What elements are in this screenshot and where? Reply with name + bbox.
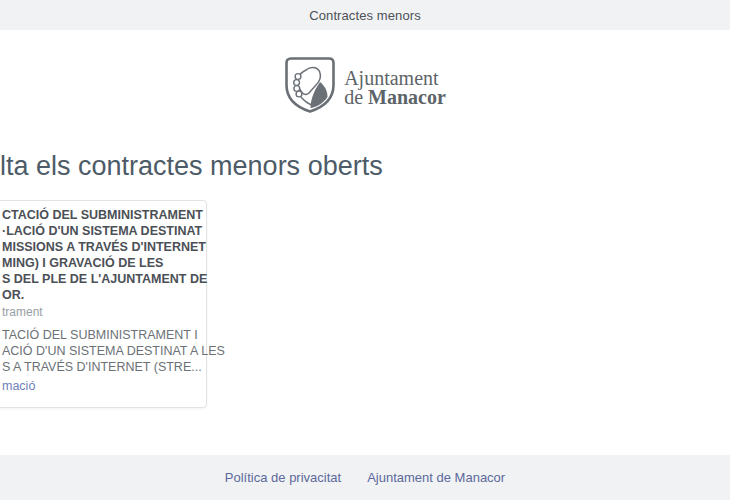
- contract-description-line: TACIÓ DEL SUBMINISTRAMENT I: [2, 327, 198, 343]
- contract-title-line: MING) I GRAVACIÓ DE LES: [2, 255, 198, 271]
- footer: Política de privacitat Ajuntament de Man…: [0, 455, 730, 500]
- logo-manacor: Manacor: [368, 86, 446, 108]
- logo-wordmark: Ajuntament de Manacor: [344, 63, 446, 107]
- contract-card-body: CTACIÓ DEL SUBMINISTRAMENT ·LACIÓ D'UN S…: [2, 207, 198, 394]
- contract-description-line: S A TRAVÉS D'INTERNET (STRE...: [2, 359, 198, 375]
- contract-category: trament: [2, 305, 198, 319]
- contract-description: TACIÓ DEL SUBMINISTRAMENT I ACIÓ D'UN SI…: [2, 327, 198, 375]
- contract-description-line: ACIÓ D'UN SISTEMA DESTINAT A LES: [2, 343, 198, 359]
- contract-title-line: CTACIÓ DEL SUBMINISTRAMENT: [2, 207, 198, 223]
- site-logo[interactable]: Ajuntament de Manacor: [0, 56, 730, 114]
- top-bar: Contractes menors: [0, 0, 730, 30]
- contract-title-line: MISSIONS A TRAVÉS D'INTERNET: [2, 239, 198, 255]
- more-info-link[interactable]: mació: [2, 379, 35, 394]
- contract-card: CTACIÓ DEL SUBMINISTRAMENT ·LACIÓ D'UN S…: [0, 200, 207, 408]
- contract-title-line: ·LACIÓ D'UN SISTEMA DESTINAT: [2, 223, 198, 239]
- page: Contractes menors Ajuntament de Manacor …: [0, 0, 730, 500]
- privacy-policy-link[interactable]: Política de privacitat: [225, 470, 341, 485]
- page-title: lta els contractes menors oberts: [0, 151, 383, 182]
- top-bar-title: Contractes menors: [309, 8, 421, 23]
- contract-title-line: OR.: [2, 287, 198, 303]
- contract-title: CTACIÓ DEL SUBMINISTRAMENT ·LACIÓ D'UN S…: [2, 207, 198, 303]
- manacor-shield-icon: [284, 56, 336, 114]
- logo-de: de: [344, 86, 368, 108]
- contract-title-line: S DEL PLE DE L'AJUNTAMENT DE: [2, 271, 198, 287]
- logo-line2: de Manacor: [344, 88, 446, 107]
- council-site-link[interactable]: Ajuntament de Manacor: [367, 470, 505, 485]
